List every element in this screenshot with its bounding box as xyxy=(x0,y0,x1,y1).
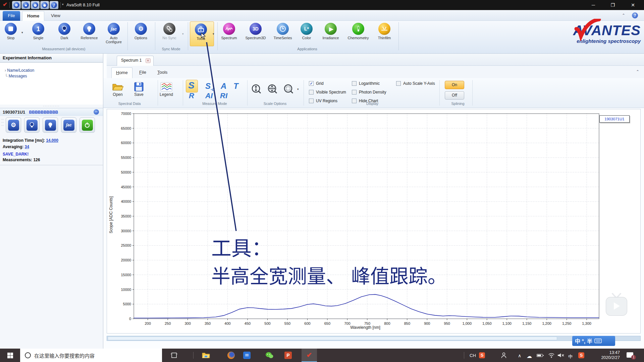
open-button[interactable]: Open xyxy=(112,82,123,93)
reference-button[interactable]: Reference xyxy=(78,23,101,40)
wechat-button[interactable] xyxy=(262,349,277,362)
checkbox-auto-scale-y[interactable] xyxy=(396,81,401,86)
tab-home[interactable]: Home xyxy=(22,11,44,21)
scrollbar-thumb[interactable] xyxy=(108,337,557,340)
play-icon[interactable] xyxy=(614,302,620,310)
quick-options-button[interactable]: ⚙ xyxy=(12,1,21,9)
no-sync-dropdown-icon[interactable]: ▾ xyxy=(182,32,184,36)
scale-options-dropdown-icon[interactable]: ▾ xyxy=(297,87,299,91)
onedrive-cloud-icon[interactable]: ☁ xyxy=(527,353,532,359)
chart-tab-home[interactable]: Home xyxy=(111,67,132,78)
averaging-value[interactable]: 34 xyxy=(25,144,29,149)
tree-item-messages[interactable]: └ Messages xyxy=(5,74,27,78)
muted-speaker-icon[interactable] xyxy=(557,353,564,359)
zoom-region-button[interactable] xyxy=(283,84,294,96)
tray-chevron-up-icon[interactable]: ∧ xyxy=(518,353,521,358)
quick-auto-configure-button[interactable]: ʃ xyxy=(50,1,58,9)
single-button[interactable]: 1 Single xyxy=(27,23,50,40)
wifi-icon[interactable] xyxy=(548,353,555,359)
spectrum-button[interactable]: Spectrum xyxy=(218,23,240,40)
sogou-icon-2[interactable]: S xyxy=(578,352,584,358)
help-icon[interactable]: ? xyxy=(632,12,638,18)
device-auto-configure-button[interactable]: ʃac xyxy=(61,117,76,133)
device-reference-button[interactable] xyxy=(43,117,58,133)
quick-dark-button[interactable]: ◍ xyxy=(31,1,40,9)
integration-time-value[interactable]: 14.000 xyxy=(46,138,58,143)
ime-mode-text[interactable]: 中 °, 半 xyxy=(575,337,592,345)
tray-ime-zhong[interactable]: 中 xyxy=(568,353,573,359)
spectrum3d-button[interactable]: 3D Spectrum3D xyxy=(243,23,268,40)
chart-tab-tools[interactable]: Tools xyxy=(153,67,172,78)
quick-reference-button[interactable]: ◉ xyxy=(40,1,49,9)
taskbar-search[interactable]: 在这里输入你要搜索的内容 xyxy=(20,349,162,362)
collapse-device-icon[interactable]: – xyxy=(94,109,99,115)
qat-customize-icon[interactable]: ▾ xyxy=(62,3,64,6)
expander-icon[interactable]: › xyxy=(5,68,6,73)
tab-view[interactable]: View xyxy=(46,11,65,21)
chemometry-button[interactable]: Chemometry xyxy=(345,23,371,40)
collapse-ribbon-icon[interactable]: ⌃ xyxy=(620,12,627,19)
options-button[interactable]: ⚙ Options xyxy=(129,23,152,40)
measure-mode-absolute-irradiance[interactable]: AI xyxy=(205,92,213,100)
measure-mode-absorbance[interactable]: A xyxy=(221,81,226,91)
device-dark-button[interactable] xyxy=(24,117,40,133)
tab-file[interactable]: File xyxy=(3,11,20,21)
minimize-button[interactable]: ─ xyxy=(585,0,602,10)
no-sync-button[interactable]: No Sync xyxy=(158,23,181,40)
color-button[interactable]: L* Color xyxy=(295,23,318,40)
zoom-vertical-button[interactable] xyxy=(251,84,262,96)
maximize-button[interactable]: ❐ xyxy=(604,0,621,10)
ime-status-bar[interactable]: 中 °, 半 xyxy=(572,336,615,346)
tray-clock[interactable]: 13:47 2020/2/27 xyxy=(589,350,620,360)
irradiance-button[interactable]: ▶ Irradiance xyxy=(319,23,342,40)
save-button[interactable]: Save xyxy=(134,82,144,93)
start-button[interactable] xyxy=(3,349,17,362)
powerpoint-button[interactable]: P xyxy=(280,349,296,362)
tab-spectrum1[interactable]: Spectrum 1 ✕ xyxy=(117,56,154,66)
avasoft-button[interactable]: ✔ xyxy=(302,349,317,362)
stop-button[interactable]: Stop xyxy=(0,23,22,40)
pan-button[interactable] xyxy=(267,84,278,96)
battery-icon[interactable] xyxy=(537,354,543,357)
checkbox-uv-regions[interactable] xyxy=(309,99,314,103)
dark-button[interactable]: Dark xyxy=(53,23,76,40)
spectrum-plot[interactable]: 2002503003504004505005506006507007508008… xyxy=(107,109,640,333)
file-explorer-button[interactable] xyxy=(198,349,214,362)
device-settings-button[interactable]: ⚙ xyxy=(6,117,21,133)
keyboard-icon[interactable] xyxy=(594,339,602,343)
chart-legend[interactable]: 1903071U1 xyxy=(599,115,630,123)
measure-mode-scope-minus-dark[interactable]: S-d xyxy=(205,81,214,92)
quick-stop-button[interactable]: ■ xyxy=(21,1,30,9)
sidebar-splitter[interactable]: ·········· xyxy=(0,105,103,108)
stop-dropdown-icon[interactable]: ▾ xyxy=(21,31,23,34)
mail-button[interactable]: ✉ xyxy=(239,349,255,362)
tray-people-button[interactable] xyxy=(497,349,511,362)
thinfilm-button[interactable]: Thinfilm xyxy=(373,23,396,40)
tools-dropdown-icon[interactable]: ▾ xyxy=(213,32,214,36)
horizontal-scrollbar[interactable] xyxy=(107,336,641,341)
splining-off-button[interactable]: Off xyxy=(445,91,464,100)
close-button[interactable]: ✕ xyxy=(625,0,641,10)
measure-mode-reflectance[interactable]: R xyxy=(189,92,194,100)
timeseries-button[interactable]: TimeSeries xyxy=(270,23,295,40)
checkbox-photon-density[interactable] xyxy=(352,90,357,95)
checkbox-grid[interactable]: ✓ xyxy=(309,81,314,86)
tray-language[interactable]: CH xyxy=(470,353,476,358)
device-power-button[interactable] xyxy=(79,117,95,133)
toolbar-grip[interactable]: ⋮⋮⋮ xyxy=(2,118,3,133)
tree-item-name-location[interactable]: › Name/Location xyxy=(5,68,34,73)
sogou-icon[interactable]: S xyxy=(479,352,485,358)
measure-mode-relative-irradiance[interactable]: RI xyxy=(220,92,227,100)
task-view-button[interactable] xyxy=(166,349,182,362)
checkbox-logarithmic[interactable] xyxy=(352,81,357,86)
measure-mode-transmittance[interactable]: T xyxy=(233,81,238,91)
firefox-button[interactable] xyxy=(223,349,239,362)
auto-configure-button[interactable]: ʃac Auto Configure xyxy=(103,23,124,44)
legend-button[interactable]: Legend xyxy=(160,82,172,93)
close-tab-icon[interactable]: ✕ xyxy=(146,58,151,63)
splining-on-button[interactable]: On xyxy=(445,81,464,89)
chart-tab-file[interactable]: File xyxy=(135,67,151,78)
checkbox-visible-spectrum[interactable] xyxy=(309,90,314,95)
measure-mode-scope[interactable]: S xyxy=(188,80,195,91)
collapse-chart-ribbon-icon[interactable]: ⌃ xyxy=(634,68,641,75)
